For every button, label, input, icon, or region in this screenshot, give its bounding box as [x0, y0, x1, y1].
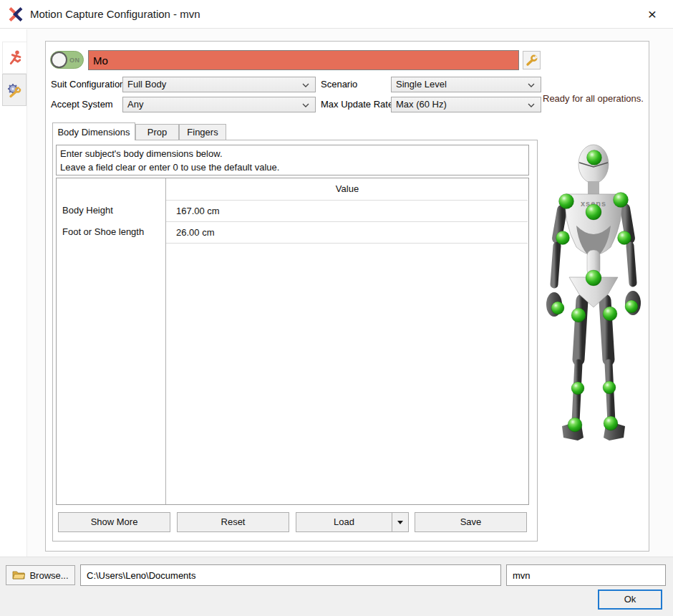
- dimensions-info-box: Enter subject's body dimensions below. L…: [56, 145, 529, 175]
- sidebar-item-motion-capture[interactable]: [2, 42, 26, 74]
- session-name-input[interactable]: [88, 50, 519, 70]
- tab-fingers[interactable]: Fingers: [179, 124, 226, 140]
- max-update-rate-value: Max (60 Hz): [396, 99, 447, 110]
- accept-system-label: Accept System: [51, 97, 113, 112]
- row-divider: [166, 243, 528, 244]
- value-column-header: Value: [166, 178, 528, 200]
- xsens-logo-icon: [8, 6, 24, 22]
- mannequin-body: xsens: [546, 145, 641, 441]
- info-line-1: Enter subject's body dimensions below.: [60, 147, 525, 160]
- titlebar: Motion Capture Configuration - mvn ×: [0, 0, 673, 29]
- suit-configuration-value: Full Body: [127, 79, 166, 90]
- suit-configuration-label: Suit Configuration: [51, 77, 125, 92]
- dimensions-table: Value Body Height 167.00 cm Foot or Shoe…: [56, 178, 529, 505]
- load-menu-button[interactable]: [392, 512, 409, 532]
- body-height-value-field[interactable]: 167.00 cm: [166, 200, 528, 221]
- sidebar-item-hardware-settings[interactable]: [2, 74, 26, 106]
- status-text: Ready for all operations.: [543, 92, 647, 106]
- caret-down-icon: [397, 521, 403, 524]
- table-row: Body Height 167.00 cm: [57, 200, 528, 221]
- chevron-down-icon: [528, 83, 535, 87]
- load-button[interactable]: Load: [296, 512, 392, 532]
- open-folder-icon: [12, 570, 25, 580]
- chevron-down-icon: [302, 83, 309, 87]
- ok-button[interactable]: Ok: [598, 589, 662, 610]
- body-height-label: Body Height: [62, 200, 163, 221]
- browse-button[interactable]: Browse...: [6, 565, 75, 585]
- close-icon[interactable]: ×: [641, 4, 663, 24]
- sidebar: [0, 29, 27, 557]
- scenario-select[interactable]: Single Level: [391, 77, 541, 92]
- configuration-groupbox: ON Suit Configuration Full Body Scenario…: [45, 41, 649, 552]
- browse-button-label: Browse...: [29, 570, 68, 581]
- foot-length-label: Foot or Shoe length: [62, 221, 163, 243]
- tab-prop[interactable]: Prop: [135, 124, 179, 140]
- foot-length-value-field[interactable]: 26.00 cm: [166, 221, 528, 243]
- info-line-2: Leave a field clear or enter 0 to use th…: [60, 160, 525, 174]
- toggle-knob: [51, 52, 67, 68]
- tab-body-dimensions[interactable]: Body Dimensions: [52, 122, 135, 140]
- table-row: Foot or Shoe length 26.00 cm: [57, 221, 528, 243]
- footer-bar: Browse... Ok: [0, 557, 673, 616]
- accept-system-value: Any: [127, 99, 143, 110]
- save-button[interactable]: Save: [415, 512, 527, 532]
- accept-system-select[interactable]: Any: [122, 97, 316, 112]
- show-more-button[interactable]: Show More: [58, 512, 170, 532]
- record-enable-toggle[interactable]: ON: [50, 51, 84, 69]
- toggle-on-label: ON: [69, 57, 80, 64]
- scenario-label: Scenario: [321, 77, 357, 92]
- max-update-rate-label: Max Update Rate: [321, 97, 393, 112]
- scenario-value: Single Level: [396, 79, 447, 90]
- edit-session-name-button[interactable]: [523, 51, 541, 69]
- session-file-name-input[interactable]: [506, 564, 666, 586]
- reset-button[interactable]: Reset: [177, 512, 289, 532]
- session-path-input[interactable]: [80, 564, 501, 586]
- mannequin-figure: xsens: [545, 141, 670, 471]
- motion-capture-configuration-dialog: Motion Capture Configuration - mvn ×: [0, 0, 673, 616]
- suit-configuration-select[interactable]: Full Body: [122, 77, 316, 92]
- chevron-down-icon: [528, 103, 535, 107]
- running-man-icon: [6, 49, 24, 67]
- gear-wrench-icon: [6, 82, 22, 98]
- wrench-icon: [526, 54, 538, 67]
- body-dimensions-panel: Enter subject's body dimensions below. L…: [52, 140, 538, 542]
- max-update-rate-select[interactable]: Max (60 Hz): [391, 97, 541, 112]
- window-title: Motion Capture Configuration - mvn: [30, 0, 200, 29]
- chevron-down-icon: [302, 103, 309, 107]
